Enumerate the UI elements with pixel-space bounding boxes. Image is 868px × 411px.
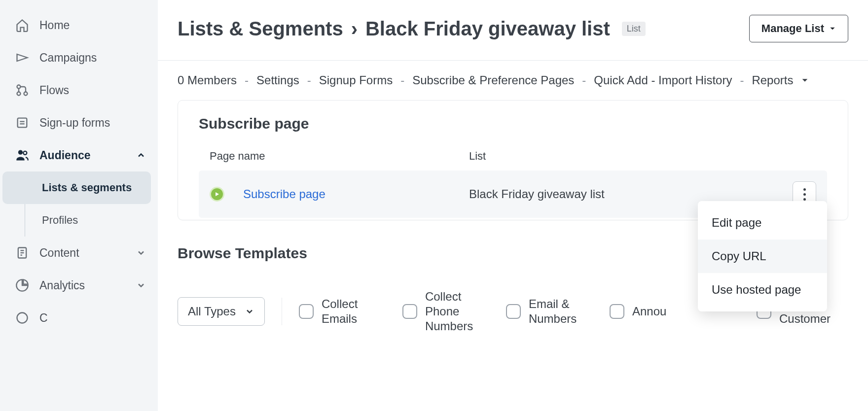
sidebar-subitem-label: Lists & segments <box>42 181 132 194</box>
home-icon <box>15 18 30 33</box>
tab-reports[interactable]: Reports <box>752 73 793 87</box>
chevron-up-icon <box>136 150 146 160</box>
tab-signup-forms[interactable]: Signup Forms <box>319 73 393 87</box>
svg-rect-3 <box>18 118 27 128</box>
manage-list-label: Manage List <box>761 22 824 35</box>
sidebar-subitem-label: Profiles <box>42 214 78 226</box>
sidebar-item-label: Campaigns <box>39 51 97 65</box>
sidebar-item-content[interactable]: Content <box>0 237 158 269</box>
main-content: Lists & Segments › Black Friday giveaway… <box>158 0 868 411</box>
sidebar-item-home[interactable]: Home <box>0 9 158 41</box>
filter-collect-phone[interactable]: Collect Phone Numbers <box>402 289 489 334</box>
sidebar-item-label: Flows <box>39 84 69 97</box>
column-header-page-name: Page name <box>210 150 469 163</box>
sidebar-item-signup-forms[interactable]: Sign-up forms <box>0 106 158 139</box>
tab-separator: - <box>582 73 586 87</box>
svg-point-10 <box>17 313 28 323</box>
svg-point-2 <box>17 92 21 96</box>
tab-separator: - <box>307 73 311 87</box>
manage-list-button[interactable]: Manage List <box>749 15 848 42</box>
sidebar-item-label: Audience <box>39 149 91 162</box>
subscribe-page-card: Subscribe page Page name List Subscribe … <box>178 100 848 220</box>
caret-down-icon <box>801 76 809 84</box>
forms-icon <box>15 115 30 130</box>
type-filter-select[interactable]: All Types <box>178 297 265 326</box>
svg-point-0 <box>17 85 21 89</box>
tab-quick-add-import[interactable]: Quick Add - Import History <box>594 73 732 87</box>
breadcrumb-current: Black Friday giveaway list <box>365 18 610 40</box>
filter-label: Collect Emails <box>322 297 386 326</box>
audience-icon <box>15 148 30 163</box>
chevron-down-icon <box>245 307 254 316</box>
breadcrumb-root[interactable]: Lists & Segments <box>178 18 343 40</box>
caret-down-icon <box>829 25 836 32</box>
sidebar-item-campaigns[interactable]: Campaigns <box>0 41 158 74</box>
breadcrumb: Lists & Segments › Black Friday giveaway… <box>178 18 646 40</box>
svg-point-1 <box>24 92 28 96</box>
page-header: Lists & Segments › Black Friday giveaway… <box>158 0 868 60</box>
tab-separator: - <box>740 73 744 87</box>
flows-icon <box>15 83 30 98</box>
filter-collect-emails[interactable]: Collect Emails <box>299 297 386 326</box>
type-filter-label: All Types <box>188 305 236 318</box>
live-status-icon <box>210 187 224 202</box>
filter-divider <box>282 298 282 325</box>
tab-bar: 0 Members - Settings - Signup Forms - Su… <box>158 61 868 100</box>
table-header: Page name List <box>199 147 827 171</box>
sidebar-subitem-lists-segments[interactable]: Lists & segments <box>2 171 151 204</box>
checkbox[interactable] <box>610 304 624 319</box>
sidebar-item-label: Content <box>39 246 79 260</box>
chevron-down-icon <box>136 248 146 258</box>
chevron-down-icon <box>136 280 146 290</box>
menu-use-hosted[interactable]: Use hosted page <box>698 273 827 307</box>
chevron-right-icon: › <box>351 18 358 40</box>
checkbox[interactable] <box>299 304 314 319</box>
subscribe-page-title: Subscribe page <box>199 115 827 132</box>
menu-edit-page[interactable]: Edit page <box>698 206 827 240</box>
filter-label: Annou <box>632 304 666 319</box>
sidebar-item-label: C <box>39 311 48 325</box>
sidebar: Home Campaigns Flows Sign-up forms Audie… <box>0 0 158 411</box>
tab-members[interactable]: 0 Members <box>178 73 237 87</box>
checkbox[interactable] <box>506 304 521 319</box>
sidebar-item-analytics[interactable]: Analytics <box>0 269 158 302</box>
tab-separator: - <box>245 73 249 87</box>
sidebar-item-label: Home <box>39 19 70 32</box>
sidebar-item-label: Sign-up forms <box>39 116 110 130</box>
filter-label: Collect Phone Numbers <box>425 289 489 334</box>
tab-separator: - <box>400 73 404 87</box>
column-header-list: List <box>469 150 787 163</box>
sidebar-item-truncated[interactable]: C <box>0 302 158 325</box>
tab-subscribe-preference[interactable]: Subscribe & Preference Pages <box>412 73 574 87</box>
circle-icon <box>15 310 30 325</box>
sidebar-item-label: Analytics <box>39 279 85 292</box>
sidebar-item-audience[interactable]: Audience <box>0 139 158 171</box>
table-row: Subscribe page Black Friday giveaway lis… <box>199 171 827 218</box>
filter-email-numbers[interactable]: Email & Numbers <box>506 297 593 326</box>
sidebar-subitem-profiles[interactable]: Profiles <box>25 204 151 237</box>
sidebar-item-flows[interactable]: Flows <box>0 74 158 106</box>
list-badge: List <box>622 22 646 36</box>
tab-settings[interactable]: Settings <box>256 73 299 87</box>
analytics-icon <box>15 278 30 293</box>
content-icon <box>15 245 30 260</box>
checkbox[interactable] <box>402 304 417 319</box>
menu-copy-url[interactable]: Copy URL <box>698 240 827 273</box>
row-actions-menu: Edit page Copy URL Use hosted page <box>698 201 827 311</box>
page-name-link[interactable]: Subscribe page <box>243 187 326 201</box>
filter-label: Email & Numbers <box>529 297 593 326</box>
row-list-name: Black Friday giveaway list <box>469 187 787 201</box>
sidebar-submenu-audience: Lists & segments Profiles <box>25 171 158 237</box>
filter-announce[interactable]: Annou <box>610 304 666 319</box>
campaigns-icon <box>15 50 30 65</box>
